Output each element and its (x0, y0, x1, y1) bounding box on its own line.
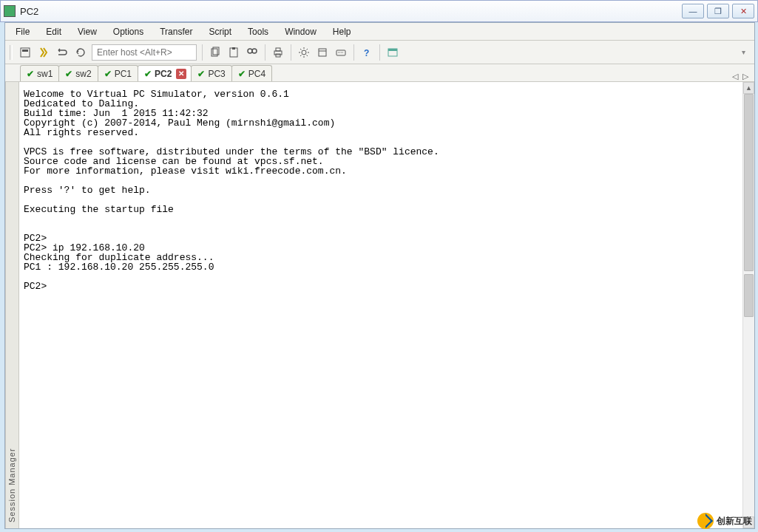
check-icon: ✔ (104, 69, 112, 79)
close-tab-icon[interactable]: ✕ (176, 69, 186, 79)
svg-rect-13 (319, 49, 326, 56)
window-controls: — ❐ ✕ (682, 4, 754, 18)
svg-rect-5 (232, 47, 235, 50)
maximize-button[interactable]: ❐ (707, 4, 729, 18)
main-area: Session Manager Welcome to Virtual PC Si… (5, 82, 754, 528)
tab-strip: ✔sw1 ✔sw2 ✔PC1 ✔PC2✕ ✔PC3 ✔PC4 ◁ ▷ (5, 64, 754, 82)
tabs: ✔sw1 ✔sw2 ✔PC1 ✔PC2✕ ✔PC3 ✔PC4 (18, 64, 271, 81)
check-icon: ✔ (65, 69, 72, 79)
window-title: PC2 (20, 6, 682, 17)
close-button[interactable]: ✕ (732, 4, 754, 18)
menu-options[interactable]: Options (106, 24, 151, 39)
watermark-text: 创新互联 (717, 515, 752, 528)
host-input[interactable] (92, 44, 197, 61)
menubar: File Edit View Options Transfer Script T… (5, 23, 754, 41)
titlebar: PC2 — ❐ ✕ (0, 0, 758, 22)
tab-label: sw1 (37, 69, 53, 79)
toolbar-overflow-icon[interactable]: ▾ (742, 48, 750, 56)
tab-pc3[interactable]: ✔PC3 (191, 65, 231, 81)
tab-label: PC3 (208, 69, 225, 79)
menu-edit[interactable]: Edit (38, 24, 69, 39)
app-icon (4, 5, 16, 17)
svg-text:?: ? (364, 48, 369, 58)
toolbar-separator (202, 44, 203, 61)
tab-nav: ◁ ▷ (726, 72, 754, 81)
reconnect-icon[interactable] (55, 45, 70, 60)
menu-window[interactable]: Window (277, 24, 324, 39)
svg-point-12 (302, 50, 306, 55)
watermark-logo-icon (697, 513, 714, 529)
scroll-thumb[interactable] (744, 274, 754, 317)
tab-label: sw2 (75, 69, 91, 79)
menu-transfer[interactable]: Transfer (152, 24, 200, 39)
tabstrip-spacer (5, 64, 18, 81)
watermark: 创新互联 (697, 513, 752, 529)
toolbar-grip (10, 45, 13, 60)
disconnect-icon[interactable] (73, 45, 88, 60)
toolbar-separator (265, 44, 265, 61)
svg-rect-0 (21, 48, 30, 57)
terminal-output: Welcome to Virtual PC Simulator, version… (19, 82, 742, 528)
svg-rect-10 (276, 48, 280, 51)
svg-rect-1 (22, 50, 28, 52)
toolbar-separator (379, 44, 380, 61)
check-icon: ✔ (27, 69, 34, 79)
session-manager-tab[interactable]: Session Manager (5, 82, 18, 528)
menu-help[interactable]: Help (325, 24, 359, 39)
print-icon[interactable] (271, 45, 285, 60)
scroll-thumb[interactable] (744, 94, 754, 271)
tab-sw2[interactable]: ✔sw2 (58, 65, 98, 81)
menu-script[interactable]: Script (201, 24, 239, 39)
session-options-icon[interactable] (315, 45, 330, 60)
toolbar: ? ▾ (5, 41, 754, 64)
tab-sw1[interactable]: ✔sw1 (20, 65, 59, 81)
tab-pc4[interactable]: ✔PC4 (231, 65, 272, 81)
menu-file[interactable]: File (8, 24, 37, 39)
tab-pc1[interactable]: ✔PC1 (98, 65, 138, 81)
tab-scroll-left-icon[interactable]: ◁ (732, 72, 738, 81)
help-icon[interactable]: ? (359, 45, 374, 60)
tab-scroll-right-icon[interactable]: ▷ (742, 72, 748, 81)
paste-icon[interactable] (226, 45, 241, 60)
quick-connect-icon[interactable] (36, 45, 51, 60)
profile-icon[interactable] (18, 45, 33, 60)
tab-label: PC1 (115, 69, 132, 79)
scrollbar-vertical[interactable]: ▲ ▼ (742, 82, 754, 528)
command-window-icon[interactable] (385, 45, 400, 60)
settings-icon[interactable] (297, 45, 311, 60)
check-icon: ✔ (144, 69, 152, 79)
check-icon: ✔ (238, 69, 246, 79)
app-frame: File Edit View Options Transfer Script T… (4, 22, 755, 529)
find-icon[interactable] (245, 45, 260, 60)
check-icon: ✔ (197, 69, 205, 79)
copy-icon[interactable] (208, 45, 223, 60)
tab-label: PC2 (155, 69, 172, 79)
keyboard-icon[interactable] (334, 45, 348, 60)
menu-view[interactable]: View (70, 24, 104, 39)
svg-rect-19 (388, 49, 397, 51)
terminal[interactable]: Welcome to Virtual PC Simulator, version… (18, 82, 754, 528)
scroll-up-icon[interactable]: ▲ (743, 82, 754, 94)
minimize-button[interactable]: — (682, 4, 704, 18)
tab-label: PC4 (248, 69, 265, 79)
tab-pc2[interactable]: ✔PC2✕ (138, 65, 192, 81)
toolbar-separator (291, 44, 291, 61)
toolbar-separator (353, 44, 354, 61)
menu-tools[interactable]: Tools (240, 24, 276, 39)
